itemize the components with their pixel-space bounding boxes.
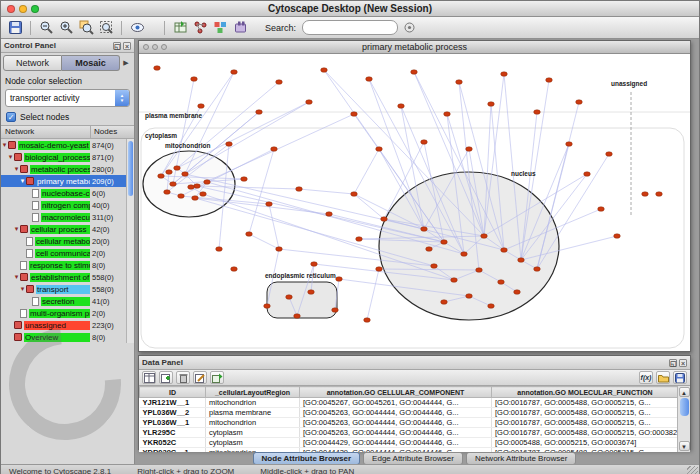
graph-node[interactable] — [441, 240, 448, 245]
graph-node[interactable] — [326, 212, 333, 217]
tabs-overflow-arrow-icon[interactable]: ▶ — [120, 59, 132, 67]
window-titlebar[interactable]: Cytoscape Desktop (New Session) — [1, 1, 699, 17]
float-panel-icon[interactable]: ◱ — [113, 42, 121, 50]
new-network-button[interactable] — [191, 19, 209, 37]
graph-node[interactable] — [231, 70, 238, 75]
graph-node[interactable] — [501, 248, 508, 253]
graph-node[interactable] — [351, 112, 358, 117]
graph-node[interactable] — [246, 232, 253, 237]
table-cell[interactable]: mitochondrion — [206, 398, 300, 408]
graph-node[interactable] — [466, 147, 473, 152]
graph-node[interactable] — [241, 177, 248, 182]
tree-item-cell-communica[interactable]: cell communica2(0) — [1, 247, 134, 259]
tree-item-mosaic-demo-yeast[interactable]: ▾mosaic-demo-yeast874(0) — [1, 139, 134, 151]
graph-node[interactable] — [178, 194, 185, 199]
tree-item-transport[interactable]: ▾transport558(0) — [1, 283, 134, 295]
table-cell[interactable]: YPL036W__1 — [140, 418, 206, 428]
tree-expand-icon[interactable]: ▾ — [19, 285, 26, 293]
graph-node[interactable] — [188, 185, 195, 190]
graph-node[interactable] — [200, 192, 207, 197]
graph-node[interactable] — [231, 267, 238, 272]
graph-node[interactable] — [308, 290, 315, 295]
table-cell[interactable]: plasma membrane — [206, 408, 300, 418]
table-scrollbar-thumb[interactable] — [680, 398, 689, 416]
tab-network-attribute-browser[interactable]: Network Attribute Browser — [466, 452, 576, 464]
tree-item-cellular-metabo[interactable]: cellular metabo20(0) — [1, 235, 134, 247]
save-session-button[interactable] — [6, 19, 24, 37]
tree-expand-icon[interactable]: ▾ — [19, 177, 26, 185]
column-header[interactable]: annotation.GO CELLULAR_COMPONENT — [300, 387, 492, 398]
graph-node[interactable] — [216, 247, 223, 252]
graph-node[interactable] — [286, 295, 293, 300]
tree-item-response-to-stimul[interactable]: response to stimul8(0) — [1, 259, 134, 271]
graph-node[interactable] — [518, 258, 525, 263]
table-cell[interactable]: YLR295C — [140, 428, 206, 438]
graph-node[interactable] — [364, 318, 371, 323]
vizmapper-button[interactable] — [211, 19, 229, 37]
open-attributes-button[interactable] — [656, 371, 670, 384]
tree-expand-icon[interactable]: ▾ — [13, 165, 20, 173]
graph-node[interactable] — [158, 174, 165, 179]
tab-node-attribute-browser[interactable]: Node Attribute Browser — [253, 452, 361, 464]
table-row[interactable]: YKR052Ccytoplasm[GO:0044429, GO:0044444,… — [140, 438, 679, 448]
zoom-out-button[interactable] — [37, 19, 55, 37]
table-cell[interactable]: [GO:0045267, GO:0045261, GO:0044444, G..… — [300, 398, 492, 408]
column-header[interactable]: _cellularLayoutRegion — [206, 387, 300, 398]
graph-node[interactable] — [534, 110, 541, 115]
graph-node[interactable] — [191, 77, 198, 82]
graph-node[interactable] — [411, 70, 418, 75]
table-row[interactable]: YPL036W__2plasma membrane[GO:0045263, GO… — [140, 408, 679, 418]
graph-node[interactable] — [642, 192, 649, 197]
close-panel-icon[interactable]: × — [679, 359, 687, 367]
tree-item-nitrogen-compo[interactable]: nitrogen compo40(0) — [1, 199, 134, 211]
graph-node[interactable] — [466, 294, 473, 299]
zoom-fit-button[interactable] — [97, 19, 115, 37]
table-cell[interactable]: [GO:0045263, GO:0044444, GO:0044446, G..… — [300, 408, 492, 418]
search-options-button[interactable] — [400, 19, 418, 37]
graph-node[interactable] — [461, 252, 468, 257]
scroll-down-icon[interactable]: ▼ — [679, 441, 690, 451]
table-cell[interactable]: [GO:0005488, GO:0005215, GO:0003674] — [492, 438, 679, 448]
table-cell[interactable]: cytoplasm — [206, 428, 300, 438]
graph-node[interactable] — [198, 104, 205, 109]
tree-item-primary-metabo[interactable]: ▾primary metabo209(0) — [1, 175, 134, 187]
float-panel-icon[interactable]: ◱ — [669, 359, 677, 367]
graph-node[interactable] — [514, 290, 521, 295]
mitochondrion-region[interactable] — [143, 151, 235, 217]
graph-node[interactable] — [366, 77, 373, 82]
graph-node[interactable] — [264, 304, 271, 309]
scroll-up-icon[interactable]: ▲ — [679, 387, 690, 397]
table-cell[interactable]: YJR121W__1 — [140, 398, 206, 408]
zoom-selected-button[interactable] — [77, 19, 95, 37]
node-color-dropdown[interactable]: transporter activity ▲ ▼ — [5, 89, 130, 107]
import-network-button[interactable] — [171, 19, 189, 37]
tree-scrollbar[interactable] — [126, 139, 134, 343]
graph-node[interactable] — [546, 78, 553, 83]
table-row[interactable]: YPL036W__1mitochondrion[GO:0045263, GO:0… — [140, 418, 679, 428]
graph-node[interactable] — [614, 234, 621, 239]
create-attribute-button[interactable] — [159, 371, 173, 384]
graph-node[interactable] — [481, 234, 488, 239]
graph-node[interactable] — [332, 308, 339, 313]
graph-node[interactable] — [170, 182, 177, 187]
plugins-button[interactable] — [231, 19, 249, 37]
import-attributes-button[interactable] — [210, 371, 224, 384]
tree-expand-icon[interactable]: ▾ — [13, 273, 20, 281]
select-nodes-checkbox[interactable]: ✓ — [6, 112, 16, 122]
graph-node[interactable] — [356, 237, 363, 242]
column-header-network[interactable]: Network — [1, 126, 91, 138]
graph-node[interactable] — [456, 80, 463, 85]
table-cell[interactable]: [GO:0016787, GO:0005488, GO:0005215, G..… — [492, 408, 679, 418]
graph-node[interactable] — [311, 262, 318, 267]
graph-node[interactable] — [451, 278, 458, 283]
graph-node[interactable] — [501, 72, 508, 77]
select-attributes-button[interactable] — [142, 371, 156, 384]
modify-attribute-button[interactable] — [193, 371, 207, 384]
close-panel-icon[interactable]: × — [123, 42, 131, 50]
graph-node[interactable] — [498, 280, 505, 285]
graph-node[interactable] — [166, 170, 173, 175]
graph-node[interactable] — [488, 304, 495, 309]
table-cell[interactable]: [GO:0045263, GO:0044444, GO:0044446, G..… — [300, 418, 492, 428]
graph-node[interactable] — [566, 142, 573, 147]
table-scrollbar[interactable]: ▲ ▼ — [677, 386, 690, 452]
